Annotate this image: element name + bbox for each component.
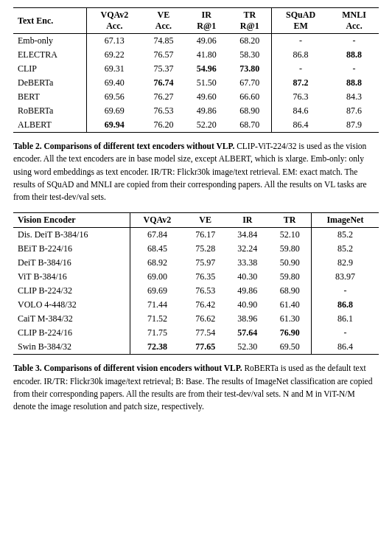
row-clipb32-ir: 49.86 xyxy=(226,284,268,298)
row-cait-vqa: 71.52 xyxy=(130,312,184,326)
row-beit-imgnet: 85.2 xyxy=(311,242,379,256)
table-row: Emb-only 67.13 74.85 49.06 68.20 - - xyxy=(13,34,379,49)
row-vit-ir: 40.30 xyxy=(226,270,268,284)
row-beit-tr: 59.80 xyxy=(268,242,311,256)
caption1-text: CLIP-ViT-224/32 is used as the vision en… xyxy=(13,142,367,201)
row-disdeit-name: Dis. DeiT B-384/16 xyxy=(13,228,130,243)
row-bert-name: BERT xyxy=(13,90,87,104)
table-row: RoBERTa 69.69 76.53 49.86 68.90 84.6 87.… xyxy=(13,104,379,118)
table-row: DeBERTa 69.40 76.74 51.50 67.70 87.2 88.… xyxy=(13,76,379,90)
row-clipb32-ve: 76.53 xyxy=(184,284,226,298)
row-electra-mnli: 88.8 xyxy=(329,48,379,62)
table-row: CLIP B-224/16 71.75 77.54 57.64 76.90 - xyxy=(13,326,379,340)
row-beit-name: BEiT B-224/16 xyxy=(13,242,130,256)
row-albert-name: ALBERT xyxy=(13,118,87,133)
table-row: Swin B-384/32 72.38 77.65 52.30 69.50 86… xyxy=(13,340,379,355)
caption2: Table 3. Comparisons of different vision… xyxy=(13,362,379,413)
row-vit-tr: 59.80 xyxy=(268,270,311,284)
row-clip-squad: - xyxy=(272,62,330,76)
row-deit-imgnet: 82.9 xyxy=(311,256,379,270)
row-swin-tr: 69.50 xyxy=(268,340,311,355)
row-bert-mnli: 84.3 xyxy=(329,90,379,104)
row-volo-ir: 40.90 xyxy=(226,298,268,312)
col-vqav2: VQAv2Acc. xyxy=(87,8,142,34)
row-roberta-vqa: 69.69 xyxy=(87,104,142,118)
row-disdeit-tr: 52.10 xyxy=(268,228,311,243)
table2: Vision Encoder VQAv2 VE IR TR ImageNet D… xyxy=(13,212,379,355)
row-bert-ve: 76.27 xyxy=(142,90,185,104)
row-clipb32-imgnet: - xyxy=(311,284,379,298)
row-clipb16-tr: 76.90 xyxy=(268,326,311,340)
table1: Text Enc. VQAv2Acc. VEAcc. IRR@1 TRR@1 S… xyxy=(13,7,379,133)
row-swin-name: Swin B-384/32 xyxy=(13,340,130,355)
row-albert-tr: 68.70 xyxy=(228,118,271,133)
row-electra-ve: 76.57 xyxy=(142,48,185,62)
col-ir: IRR@1 xyxy=(185,8,228,34)
row-clipb16-vqa: 71.75 xyxy=(130,326,184,340)
row-electra-tr: 58.30 xyxy=(228,48,271,62)
row-swin-vqa: 72.38 xyxy=(130,340,184,355)
row-clip-tr: 73.80 xyxy=(228,62,271,76)
row-bert-tr: 66.60 xyxy=(228,90,271,104)
row-bert-ir: 49.60 xyxy=(185,90,228,104)
row-disdeit-imgnet: 85.2 xyxy=(311,228,379,243)
table-row: Dis. DeiT B-384/16 67.84 76.17 34.84 52.… xyxy=(13,228,379,243)
row-clip-ir: 54.96 xyxy=(185,62,228,76)
row-roberta-name: RoBERTa xyxy=(13,104,87,118)
row-deit-tr: 50.90 xyxy=(268,256,311,270)
col2-vqav2: VQAv2 xyxy=(130,213,184,228)
row-deit-name: DeiT B-384/16 xyxy=(13,256,130,270)
row-clipb32-vqa: 69.69 xyxy=(130,284,184,298)
row-clipb16-ir: 57.64 xyxy=(226,326,268,340)
row-vit-ve: 76.35 xyxy=(184,270,226,284)
table2-header-row: Vision Encoder VQAv2 VE IR TR ImageNet xyxy=(13,213,379,228)
row-deberta-vqa: 69.40 xyxy=(87,76,142,90)
row-emb-only-vqa: 67.13 xyxy=(87,34,142,49)
row-deberta-name: DeBERTa xyxy=(13,76,87,90)
col2-imagenet: ImageNet xyxy=(311,213,379,228)
row-albert-vqa: 69.94 xyxy=(87,118,142,133)
row-emb-only-tr: 68.20 xyxy=(228,34,271,49)
row-beit-ir: 32.24 xyxy=(226,242,268,256)
row-deberta-mnli: 88.8 xyxy=(329,76,379,90)
row-albert-ir: 52.20 xyxy=(185,118,228,133)
table1-header-row: Text Enc. VQAv2Acc. VEAcc. IRR@1 TRR@1 S… xyxy=(13,8,379,34)
row-bert-squad: 76.3 xyxy=(272,90,330,104)
row-disdeit-vqa: 67.84 xyxy=(130,228,184,243)
row-emb-only-ve: 74.85 xyxy=(142,34,185,49)
row-disdeit-ir: 34.84 xyxy=(226,228,268,243)
col-text-enc: Text Enc. xyxy=(13,8,87,34)
row-cait-name: CaiT M-384/32 xyxy=(13,312,130,326)
row-clipb32-name: CLIP B-224/32 xyxy=(13,284,130,298)
row-deberta-tr: 67.70 xyxy=(228,76,271,90)
col2-ve: VE xyxy=(184,213,226,228)
row-deberta-ve: 76.74 xyxy=(142,76,185,90)
row-beit-vqa: 68.45 xyxy=(130,242,184,256)
row-deit-ve: 75.97 xyxy=(184,256,226,270)
row-volo-name: VOLO 4-448/32 xyxy=(13,298,130,312)
row-beit-ve: 75.28 xyxy=(184,242,226,256)
row-clip-ve: 75.37 xyxy=(142,62,185,76)
row-cait-tr: 61.30 xyxy=(268,312,311,326)
row-roberta-ve: 76.53 xyxy=(142,104,185,118)
caption2-bold: Table 3. Comparisons of different vision… xyxy=(13,364,242,372)
row-deberta-squad: 87.2 xyxy=(272,76,330,90)
row-cait-ve: 76.62 xyxy=(184,312,226,326)
row-deit-ir: 33.38 xyxy=(226,256,268,270)
table-row: ViT B-384/16 69.00 76.35 40.30 59.80 83.… xyxy=(13,270,379,284)
row-albert-ve: 76.20 xyxy=(142,118,185,133)
row-clipb16-ve: 77.54 xyxy=(184,326,226,340)
row-albert-squad: 86.4 xyxy=(272,118,330,133)
row-cait-imgnet: 86.1 xyxy=(311,312,379,326)
row-emb-only-mnli: - xyxy=(329,34,379,49)
table-row: CLIP 69.31 75.37 54.96 73.80 - - xyxy=(13,62,379,76)
table-row: CaiT M-384/32 71.52 76.62 38.96 61.30 86… xyxy=(13,312,379,326)
col2-tr: TR xyxy=(268,213,311,228)
row-clipb16-name: CLIP B-224/16 xyxy=(13,326,130,340)
row-volo-tr: 61.40 xyxy=(268,298,311,312)
caption1: Table 2. Comparisons of different text e… xyxy=(13,140,379,204)
table-row: ELECTRA 69.22 76.57 41.80 58.30 86.8 88.… xyxy=(13,48,379,62)
row-vit-vqa: 69.00 xyxy=(130,270,184,284)
table-row: BEiT B-224/16 68.45 75.28 32.24 59.80 85… xyxy=(13,242,379,256)
row-roberta-squad: 84.6 xyxy=(272,104,330,118)
